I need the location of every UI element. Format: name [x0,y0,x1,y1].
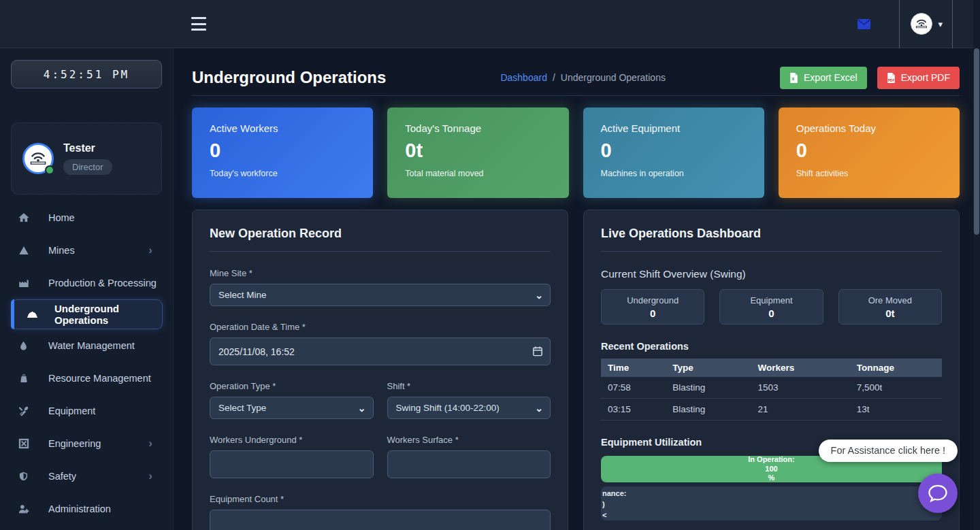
stat-card-title: Operations Today [796,122,942,134]
sidebar-item-label: Production & Processing [48,278,157,288]
factory-icon [17,277,30,290]
mail-icon[interactable] [855,16,872,32]
stat-card-subtitle: Shift activities [796,169,942,178]
sidebar-nav: Home Mines › Production & Processing › U… [0,201,173,525]
workers-surface-input[interactable] [387,450,551,478]
recent-operations-title: Recent Operations [601,341,942,352]
workers-underground-input[interactable] [210,450,374,478]
sidebar-item-resource-management[interactable]: Resource Management [0,362,173,395]
sidebar-item-label: Mines [48,245,75,256]
breadcrumb: Dashboard / Underground Operations [500,72,666,83]
sidebar-item-safety[interactable]: Safety › [0,460,173,493]
stat-card-subtitle: Machines in operation [601,169,747,178]
shift-card-equipment: Equipment 0 [719,289,823,325]
chevron-right-icon: › [148,244,152,257]
sidebar-item-label: Resource Management [48,373,151,384]
user-menu[interactable]: ▾ [900,13,952,35]
stat-card-operations-today: Operations Today 0 Shift activities [779,107,960,198]
hamburger-icon[interactable] [191,17,206,31]
sidebar-item-underground-operations[interactable]: Underground Operations [11,299,163,329]
workers-surface-label: Workers Surface * [387,435,551,445]
chevron-down-icon: ⌄ [535,403,543,414]
col-tonnage: Tonnage [850,359,942,377]
shift-card-ore-moved: Ore Moved 0t [838,289,942,325]
sidebar-item-label: Administration [48,503,111,514]
sidebar-item-label: Safety [48,471,76,482]
chevron-right-icon: › [148,437,152,450]
svg-text:PDF: PDF [887,78,894,82]
sidebar-item-home[interactable]: Home [0,201,173,234]
sidebar-item-equipment[interactable]: Equipment [0,395,173,427]
sidebar-item-label: Engineering [48,438,101,449]
breadcrumb-dashboard-link[interactable]: Dashboard [500,72,547,83]
stat-card-todays-tonnage: Today's Tonnage 0t Total material moved [387,107,568,198]
chevron-down-icon: ▾ [938,19,943,29]
mountain-icon [17,244,30,257]
mine-site-select[interactable]: Select Mine ⌄ [210,284,551,306]
table-row: 03:15 Blasting 21 13t [601,399,942,420]
export-pdf-button[interactable]: PDF Export PDF [877,67,960,89]
sidebar-item-label: Underground Operations [54,303,162,326]
home-icon [17,212,30,225]
live-operations-panel: Live Operations Dashboard Current Shift … [583,210,960,530]
shield-icon [17,470,30,483]
sidebar: 4:52:51 PM Tester Director Home [0,48,174,530]
chevron-down-icon: ⌄ [358,403,366,414]
chat-button[interactable] [918,474,958,513]
user-avatar [22,143,54,174]
new-operation-record-panel: New Operation Record Mine Site * Select … [192,210,568,530]
equipment-count-input[interactable] [210,510,551,530]
sidebar-item-label: Equipment [48,405,95,416]
operation-type-label: Operation Type * [210,381,374,391]
sidebar-item-label: Water Management [48,340,135,351]
stat-card-subtitle: Total material moved [405,169,551,178]
scrollbar-thumb[interactable] [974,48,979,235]
page-scrollbar[interactable] [973,0,980,530]
sidebar-item-production-processing[interactable]: Production & Processing › [0,267,173,299]
operation-type-select[interactable]: Select Type ⌄ [210,397,374,419]
assistance-tooltip[interactable]: For Assistance click here ! [819,440,958,462]
water-drop-icon [17,339,30,352]
equipment-count-label: Equipment Count * [210,494,551,504]
resource-bag-icon [17,372,30,385]
shift-label: Shift * [387,381,551,391]
online-status-dot [45,165,54,175]
file-excel-icon: x [789,73,798,83]
user-role-badge: Director [63,159,112,175]
col-time: Time [601,359,666,377]
stat-card-subtitle: Today's workforce [210,169,355,178]
hardhat-icon [26,308,39,321]
operation-datetime-input[interactable]: 2025/11/08, 16:52 [210,337,551,365]
form-panel-title: New Operation Record [210,227,551,252]
breadcrumb-current: Underground Operations [561,72,666,83]
stat-card-active-equipment: Active Equipment 0 Machines in operation [583,107,764,198]
page-title: Underground Operations [192,68,386,87]
stat-card-active-workers: Active Workers 0 Today's workforce [192,107,373,198]
export-excel-button[interactable]: x Export Excel [780,67,867,89]
chevron-right-icon: › [148,276,152,290]
shift-select[interactable]: Swing Shift (14:00-22:00) ⌄ [387,397,551,419]
sidebar-item-administration[interactable]: Administration [0,493,173,525]
stat-card-value: 0t [405,139,551,162]
sidebar-item-water-management[interactable]: Water Management [0,329,173,362]
live-panel-title: Live Operations Dashboard [601,227,942,252]
sidebar-item-engineering[interactable]: Engineering › [0,427,173,460]
sidebar-item-label: Home [48,212,75,223]
col-workers: Workers [751,359,849,377]
tools-icon [17,405,30,418]
stat-card-value: 0 [601,139,747,162]
table-header-row: Time Type Workers Tonnage [601,359,942,377]
calendar-icon[interactable] [533,346,542,359]
sidebar-item-mines[interactable]: Mines › [0,234,173,267]
company-logo-avatar [911,13,932,35]
col-type: Type [666,359,751,377]
shift-overview-title: Current Shift Overview (Swing) [601,268,942,280]
workers-underground-label: Workers Underground * [210,435,374,445]
table-row: 07:58 Blasting 1503 7,500t [601,377,942,399]
chevron-right-icon: › [148,469,152,483]
file-pdf-icon: PDF [887,73,896,83]
stat-card-value: 0 [796,139,942,162]
stat-cards-row: Active Workers 0 Today's workforce Today… [192,107,960,198]
shift-card-underground: Underground 0 [601,289,704,325]
engineering-icon [17,437,30,450]
